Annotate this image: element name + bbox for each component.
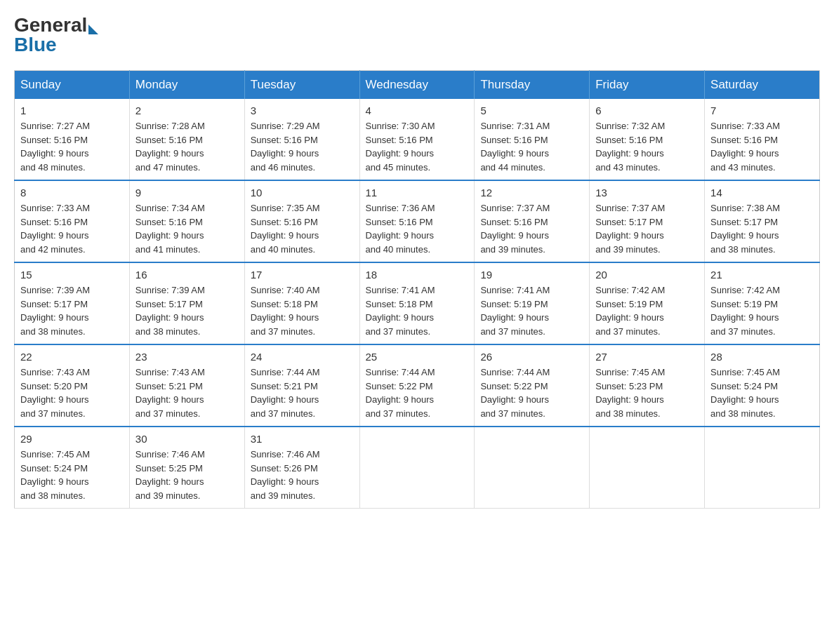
day-number: 16 — [135, 269, 239, 281]
calendar-cell: 28 Sunrise: 7:45 AM Sunset: 5:24 PM Dayl… — [705, 344, 820, 427]
page-header: General Blue — [14, 14, 820, 56]
day-number: 20 — [595, 269, 699, 281]
day-number: 27 — [595, 351, 699, 363]
day-info: Sunrise: 7:40 AM Sunset: 5:18 PM Dayligh… — [251, 283, 354, 338]
calendar-cell: 20 Sunrise: 7:42 AM Sunset: 5:19 PM Dayl… — [590, 262, 705, 344]
weekday-row: SundayMondayTuesdayWednesdayThursdayFrid… — [15, 71, 820, 100]
day-info: Sunrise: 7:42 AM Sunset: 5:19 PM Dayligh… — [710, 283, 814, 338]
day-number: 21 — [710, 269, 814, 281]
calendar-cell: 14 Sunrise: 7:38 AM Sunset: 5:17 PM Dayl… — [705, 180, 820, 262]
day-info: Sunrise: 7:27 AM Sunset: 5:16 PM Dayligh… — [20, 119, 124, 174]
calendar-cell: 7 Sunrise: 7:33 AM Sunset: 5:16 PM Dayli… — [705, 99, 820, 180]
day-number: 11 — [366, 187, 469, 199]
day-info: Sunrise: 7:33 AM Sunset: 5:16 PM Dayligh… — [710, 119, 814, 174]
calendar-cell: 6 Sunrise: 7:32 AM Sunset: 5:16 PM Dayli… — [590, 99, 705, 180]
calendar-cell: 17 Sunrise: 7:40 AM Sunset: 5:18 PM Dayl… — [244, 262, 359, 344]
day-info: Sunrise: 7:38 AM Sunset: 5:17 PM Dayligh… — [710, 201, 814, 256]
calendar-cell — [705, 427, 820, 509]
day-info: Sunrise: 7:34 AM Sunset: 5:16 PM Dayligh… — [135, 201, 239, 256]
day-number: 29 — [20, 433, 124, 445]
calendar-cell: 10 Sunrise: 7:35 AM Sunset: 5:16 PM Dayl… — [244, 180, 359, 262]
day-info: Sunrise: 7:37 AM Sunset: 5:16 PM Dayligh… — [480, 201, 583, 256]
day-number: 3 — [251, 105, 354, 116]
calendar-cell — [590, 427, 705, 509]
calendar-cell: 1 Sunrise: 7:27 AM Sunset: 5:16 PM Dayli… — [15, 99, 130, 180]
calendar-cell: 11 Sunrise: 7:36 AM Sunset: 5:16 PM Dayl… — [359, 180, 475, 262]
day-number: 2 — [135, 105, 239, 116]
day-info: Sunrise: 7:41 AM Sunset: 5:18 PM Dayligh… — [366, 283, 469, 338]
calendar-cell: 26 Sunrise: 7:44 AM Sunset: 5:22 PM Dayl… — [475, 344, 590, 427]
day-number: 6 — [595, 105, 699, 116]
weekday-monday: Monday — [129, 71, 244, 100]
day-number: 23 — [135, 351, 239, 363]
day-number: 18 — [366, 269, 469, 281]
calendar-cell: 12 Sunrise: 7:37 AM Sunset: 5:16 PM Dayl… — [475, 180, 590, 262]
day-number: 12 — [480, 187, 583, 199]
calendar-cell: 3 Sunrise: 7:29 AM Sunset: 5:16 PM Dayli… — [244, 99, 359, 180]
week-row-2: 8 Sunrise: 7:33 AM Sunset: 5:16 PM Dayli… — [15, 180, 820, 262]
day-info: Sunrise: 7:39 AM Sunset: 5:17 PM Dayligh… — [20, 283, 124, 338]
day-number: 10 — [251, 187, 354, 199]
day-info: Sunrise: 7:44 AM Sunset: 5:21 PM Dayligh… — [251, 365, 354, 420]
day-info: Sunrise: 7:44 AM Sunset: 5:22 PM Dayligh… — [366, 365, 469, 420]
day-info: Sunrise: 7:45 AM Sunset: 5:24 PM Dayligh… — [710, 365, 814, 420]
calendar-cell: 19 Sunrise: 7:41 AM Sunset: 5:19 PM Dayl… — [475, 262, 590, 344]
day-info: Sunrise: 7:31 AM Sunset: 5:16 PM Dayligh… — [480, 119, 583, 174]
day-number: 4 — [366, 105, 469, 116]
day-info: Sunrise: 7:35 AM Sunset: 5:16 PM Dayligh… — [251, 201, 354, 256]
calendar-cell: 21 Sunrise: 7:42 AM Sunset: 5:19 PM Dayl… — [705, 262, 820, 344]
day-number: 8 — [20, 187, 124, 199]
calendar-cell: 30 Sunrise: 7:46 AM Sunset: 5:25 PM Dayl… — [129, 427, 244, 509]
weekday-tuesday: Tuesday — [244, 71, 359, 100]
day-info: Sunrise: 7:43 AM Sunset: 5:21 PM Dayligh… — [135, 365, 239, 420]
logo-arrow-icon — [88, 25, 98, 34]
day-number: 30 — [135, 433, 239, 445]
calendar-cell: 4 Sunrise: 7:30 AM Sunset: 5:16 PM Dayli… — [359, 99, 475, 180]
day-number: 26 — [480, 351, 583, 363]
day-info: Sunrise: 7:43 AM Sunset: 5:20 PM Dayligh… — [20, 365, 124, 420]
day-info: Sunrise: 7:41 AM Sunset: 5:19 PM Dayligh… — [480, 283, 583, 338]
day-info: Sunrise: 7:46 AM Sunset: 5:25 PM Dayligh… — [135, 448, 239, 502]
calendar-cell: 27 Sunrise: 7:45 AM Sunset: 5:23 PM Dayl… — [590, 344, 705, 427]
week-row-3: 15 Sunrise: 7:39 AM Sunset: 5:17 PM Dayl… — [15, 262, 820, 344]
day-number: 28 — [710, 351, 814, 363]
logo-blue-text: Blue — [14, 34, 98, 56]
day-info: Sunrise: 7:33 AM Sunset: 5:16 PM Dayligh… — [20, 201, 124, 256]
day-number: 25 — [366, 351, 469, 363]
weekday-wednesday: Wednesday — [359, 71, 475, 100]
day-info: Sunrise: 7:45 AM Sunset: 5:24 PM Dayligh… — [20, 448, 124, 502]
day-number: 19 — [480, 269, 583, 281]
day-number: 15 — [20, 269, 124, 281]
logo: General Blue — [14, 14, 98, 56]
day-number: 24 — [251, 351, 354, 363]
day-info: Sunrise: 7:42 AM Sunset: 5:19 PM Dayligh… — [595, 283, 699, 338]
calendar-cell: 25 Sunrise: 7:44 AM Sunset: 5:22 PM Dayl… — [359, 344, 475, 427]
calendar-cell: 9 Sunrise: 7:34 AM Sunset: 5:16 PM Dayli… — [129, 180, 244, 262]
calendar-cell: 31 Sunrise: 7:46 AM Sunset: 5:26 PM Dayl… — [244, 427, 359, 509]
day-number: 14 — [710, 187, 814, 199]
week-row-5: 29 Sunrise: 7:45 AM Sunset: 5:24 PM Dayl… — [15, 427, 820, 509]
calendar-header: SundayMondayTuesdayWednesdayThursdayFrid… — [15, 71, 820, 100]
calendar-cell: 13 Sunrise: 7:37 AM Sunset: 5:17 PM Dayl… — [590, 180, 705, 262]
day-number: 9 — [135, 187, 239, 199]
day-info: Sunrise: 7:46 AM Sunset: 5:26 PM Dayligh… — [251, 448, 354, 502]
calendar-cell: 24 Sunrise: 7:44 AM Sunset: 5:21 PM Dayl… — [244, 344, 359, 427]
calendar-cell — [359, 427, 475, 509]
day-info: Sunrise: 7:39 AM Sunset: 5:17 PM Dayligh… — [135, 283, 239, 338]
calendar-cell: 22 Sunrise: 7:43 AM Sunset: 5:20 PM Dayl… — [15, 344, 130, 427]
day-info: Sunrise: 7:45 AM Sunset: 5:23 PM Dayligh… — [595, 365, 699, 420]
calendar-cell: 16 Sunrise: 7:39 AM Sunset: 5:17 PM Dayl… — [129, 262, 244, 344]
calendar-cell: 15 Sunrise: 7:39 AM Sunset: 5:17 PM Dayl… — [15, 262, 130, 344]
calendar-cell: 18 Sunrise: 7:41 AM Sunset: 5:18 PM Dayl… — [359, 262, 475, 344]
day-info: Sunrise: 7:32 AM Sunset: 5:16 PM Dayligh… — [595, 119, 699, 174]
calendar-cell — [475, 427, 590, 509]
day-info: Sunrise: 7:36 AM Sunset: 5:16 PM Dayligh… — [366, 201, 469, 256]
week-row-1: 1 Sunrise: 7:27 AM Sunset: 5:16 PM Dayli… — [15, 99, 820, 180]
calendar-cell: 23 Sunrise: 7:43 AM Sunset: 5:21 PM Dayl… — [129, 344, 244, 427]
day-number: 31 — [251, 433, 354, 445]
day-number: 7 — [710, 105, 814, 116]
day-info: Sunrise: 7:30 AM Sunset: 5:16 PM Dayligh… — [366, 119, 469, 174]
calendar-cell: 8 Sunrise: 7:33 AM Sunset: 5:16 PM Dayli… — [15, 180, 130, 262]
calendar-table: SundayMondayTuesdayWednesdayThursdayFrid… — [14, 70, 820, 509]
weekday-thursday: Thursday — [475, 71, 590, 100]
